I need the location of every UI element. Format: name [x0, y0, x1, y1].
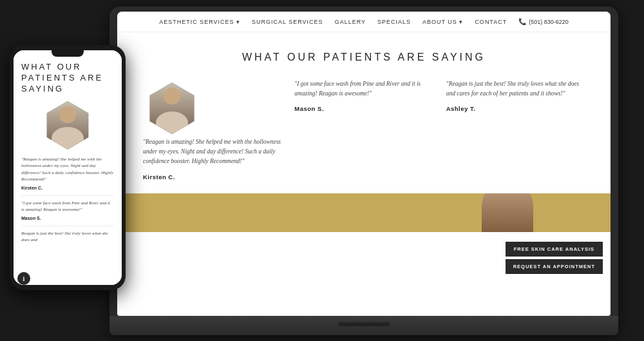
laptop-bezel: AESTHETIC SERVICES ▾ SURGICAL SERVICES G… [117, 12, 611, 316]
testimonial-2-name: Mason S. [294, 105, 433, 112]
mobile-testimonial-2-quote: "I got some face wash from Pine and Rive… [21, 200, 114, 213]
mobile-testimonial-2-name: Mason S. [21, 216, 114, 220]
laptop-screen: AESTHETIC SERVICES ▾ SURGICAL SERVICES G… [117, 12, 611, 316]
laptop-nav: AESTHETIC SERVICES ▾ SURGICAL SERVICES G… [117, 12, 611, 32]
testimonial-3: "Reagan is just the best! She truly love… [446, 79, 585, 112]
nav-surgical[interactable]: SURGICAL SERVICES [252, 19, 323, 25]
mobile-testimonial-1-name: Kirsten C. [21, 186, 114, 190]
mobile-image-container [21, 101, 114, 150]
mobile-content: WHAT OUR PATIENTS ARE SAYING "Reagan is … [14, 57, 122, 251]
testimonials-row: "Reagan is amazing! She helped me with t… [143, 79, 585, 180]
phone-icon: 📞 [518, 18, 526, 25]
nav-aesthetic[interactable]: AESTHETIC SERVICES ▾ [159, 19, 240, 25]
bottom-person-image [482, 193, 533, 232]
mobile-bezel: WHAT OUR PATIENTS ARE SAYING "Reagan is … [14, 50, 122, 285]
testimonial-1: "Reagan is amazing! She helped me with t… [143, 79, 281, 180]
nav-gallery[interactable]: GALLERY [335, 19, 366, 25]
mobile-section-title: WHAT OUR PATIENTS ARE SAYING [21, 62, 114, 95]
laptop-bottom-section [117, 193, 611, 232]
mobile-notch [52, 50, 84, 57]
laptop-device: AESTHETIC SERVICES ▾ SURGICAL SERVICES G… [109, 6, 618, 335]
nav-about[interactable]: ABOUT US ▾ [422, 19, 463, 25]
mobile-testimonial-3-quote: Reagan is just the best! She truly loves… [21, 230, 114, 244]
testimonial-3-name: Ashley T. [446, 105, 585, 112]
mobile-info-icon[interactable]: i [17, 272, 30, 285]
mobile-screen: WHAT OUR PATIENTS ARE SAYING "Reagan is … [14, 50, 122, 285]
testimonial-1-name: Kirsten C. [143, 173, 281, 180]
mobile-device: WHAT OUR PATIENTS ARE SAYING "Reagan is … [10, 45, 126, 290]
testimonial-2: "I got some face wash from Pine and Rive… [294, 79, 433, 112]
mobile-hex-image [44, 101, 92, 150]
cta-buttons-container: FREE SKIN CARE ANALYSIS REQUEST AN APPOI… [506, 242, 603, 274]
laptop-base [109, 316, 618, 335]
testimonial-3-quote: "Reagan is just the best! She truly love… [446, 79, 585, 99]
nav-contact[interactable]: CONTACT [475, 19, 507, 25]
request-appointment-button[interactable]: REQUEST AN APPOINTMENT [506, 259, 603, 274]
phone-number: (501) 830-6220 [529, 19, 569, 25]
mobile-divider-1 [21, 195, 114, 196]
mobile-testimonial-1-quote: "Reagan is amazing! She helped me with t… [21, 156, 114, 183]
testimonial-1-image [143, 79, 201, 137]
free-skin-analysis-button[interactable]: FREE SKIN CARE ANALYSIS [506, 242, 603, 257]
testimonial-2-quote: "I got some face wash from Pine and Rive… [294, 79, 433, 99]
mobile-divider-2 [21, 226, 114, 226]
laptop-main-content: WHAT OUR PATIENTS ARE SAYING "Reagan is … [117, 32, 611, 193]
section-title: WHAT OUR PATIENTS ARE SAYING [143, 52, 585, 63]
nav-specials[interactable]: SPECIALS [377, 19, 411, 25]
testimonial-1-quote: "Reagan is amazing! She helped me with t… [143, 137, 281, 167]
nav-phone[interactable]: 📞 (501) 830-6220 [518, 18, 569, 25]
